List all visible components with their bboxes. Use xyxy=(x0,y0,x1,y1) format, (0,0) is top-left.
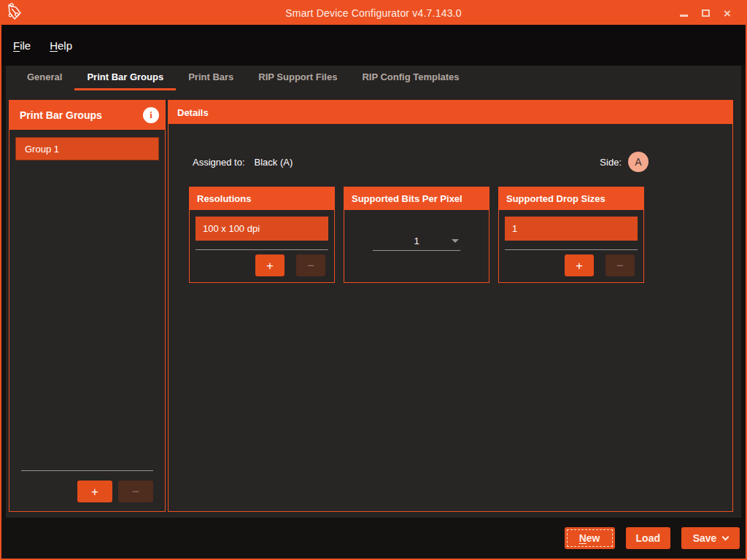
details-panel-title: Details xyxy=(169,101,732,124)
menu-item-file[interactable]: File xyxy=(13,39,31,52)
print-bar-groups-panel-header: Print Bar Groups i xyxy=(9,101,165,130)
assigned-row: Assigned to: Black (A) Side: A xyxy=(193,150,732,174)
tab-strip: General Print Bar Groups Print Bars RIP … xyxy=(6,66,741,90)
tab-rip-config-templates[interactable]: RIP Config Templates xyxy=(349,66,471,90)
menu-item-help[interactable]: Help xyxy=(50,39,72,52)
drop-sizes-box-title: Supported Drop Sizes xyxy=(499,187,643,210)
app-window: Smart Device Configurator v4.7.143.0 × F… xyxy=(0,0,747,560)
maximize-icon xyxy=(702,9,710,17)
config-boxes-row: Resolutions 100 x 100 dpi + − Supported … xyxy=(189,187,732,283)
details-panel: Details Assigned to: Black (A) Side: A xyxy=(168,100,733,512)
save-button[interactable]: Save xyxy=(681,527,740,549)
side-label: Side: xyxy=(600,157,622,168)
title-bar: Smart Device Configurator v4.7.143.0 × xyxy=(1,1,746,25)
resolutions-actions: + − xyxy=(190,250,334,276)
resolutions-box: Resolutions 100 x 100 dpi + − xyxy=(189,187,335,283)
remove-group-button[interactable]: − xyxy=(118,481,153,502)
add-resolution-button[interactable]: + xyxy=(255,254,285,276)
drop-sizes-box: Supported Drop Sizes 1 + − xyxy=(498,187,644,283)
group-list-actions: + − xyxy=(9,471,165,511)
bits-per-pixel-dropdown[interactable]: 1 xyxy=(373,232,460,251)
side-group: Side: A xyxy=(600,152,649,172)
print-bar-groups-panel: Print Bar Groups i Group 1 + − xyxy=(9,100,166,512)
bits-per-pixel-box: Supported Bits Per Pixel 1 xyxy=(344,187,489,283)
drop-sizes-actions: + − xyxy=(499,250,643,276)
chevron-down-icon xyxy=(452,239,459,243)
tab-general[interactable]: General xyxy=(15,66,74,90)
window-controls: × xyxy=(673,4,738,23)
maximize-button[interactable] xyxy=(694,4,716,23)
group-list: Group 1 xyxy=(9,130,165,470)
info-icon[interactable]: i xyxy=(143,107,159,123)
new-button[interactable]: New xyxy=(565,527,615,549)
remove-drop-size-button[interactable]: − xyxy=(605,254,635,276)
resolution-list-item[interactable]: 100 x 100 dpi xyxy=(196,217,328,241)
tab-print-bars[interactable]: Print Bars xyxy=(176,66,246,90)
bits-per-pixel-box-title: Supported Bits Per Pixel xyxy=(344,187,489,210)
close-icon: × xyxy=(724,7,731,20)
list-item-group-1[interactable]: Group 1 xyxy=(15,137,159,160)
add-drop-size-button[interactable]: + xyxy=(565,254,594,276)
minimize-button[interactable] xyxy=(673,4,694,23)
window-title: Smart Device Configurator v4.7.143.0 xyxy=(1,7,746,19)
side-badge: A xyxy=(628,152,649,172)
footer-bar: New Load Save xyxy=(1,518,746,559)
minimize-icon xyxy=(680,15,688,17)
assigned-to-value: Black (A) xyxy=(255,157,293,168)
add-group-button[interactable]: + xyxy=(77,481,112,502)
bits-per-pixel-value: 1 xyxy=(414,236,419,246)
tab-content: Print Bar Groups i Group 1 + − Details A… xyxy=(6,90,741,518)
tab-control: General Print Bar Groups Print Bars RIP … xyxy=(6,66,741,518)
print-bar-groups-panel-title: Print Bar Groups xyxy=(20,109,102,121)
chevron-down-icon xyxy=(722,533,729,540)
resolutions-box-title: Resolutions xyxy=(190,187,334,210)
tab-print-bar-groups[interactable]: Print Bar Groups xyxy=(74,66,176,90)
remove-resolution-button[interactable]: − xyxy=(296,254,325,276)
assigned-to-label: Assigned to: xyxy=(193,157,245,168)
drop-size-list-item[interactable]: 1 xyxy=(505,217,638,241)
details-body: Assigned to: Black (A) Side: A Resolutio… xyxy=(169,124,732,511)
tab-rip-support-files[interactable]: RIP Support Files xyxy=(246,66,349,90)
close-button[interactable]: × xyxy=(716,4,738,23)
menu-bar: File Help xyxy=(1,25,746,66)
load-button[interactable]: Load xyxy=(626,527,670,549)
